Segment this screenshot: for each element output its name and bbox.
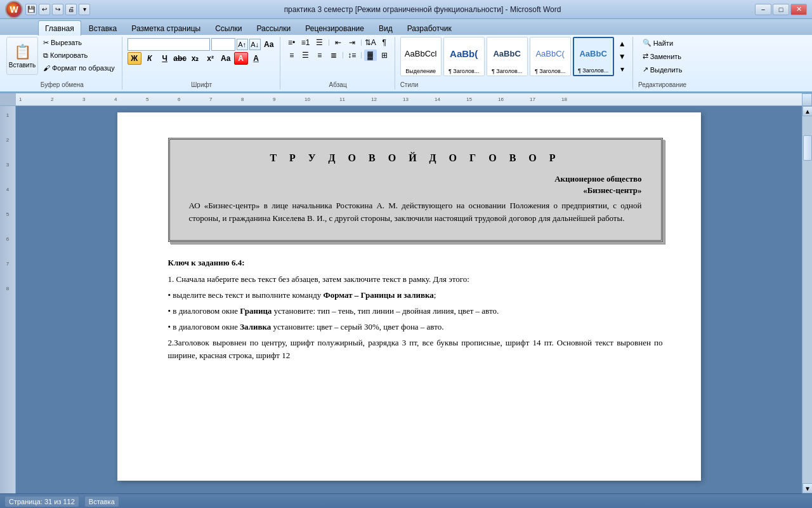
style-h2[interactable]: AaBbC ¶ Заголов... <box>487 37 528 76</box>
horizontal-ruler: 1 2 3 4 5 6 7 8 9 10 11 12 13 14 15 16 1… <box>0 93 812 106</box>
underline-button[interactable]: Ч <box>158 52 172 65</box>
ruler-v-2: 2 <box>6 137 9 143</box>
subscript-button[interactable]: x₂ <box>188 52 202 65</box>
sort-button[interactable]: ⇅A <box>364 37 377 48</box>
tab-developer[interactable]: Разработчик <box>400 21 459 35</box>
italic-button[interactable]: К <box>143 52 157 65</box>
border-button[interactable]: ⊞ <box>378 50 391 61</box>
style-h4-label: ¶ Заголов... <box>578 67 608 74</box>
tab-insert[interactable]: Вставка <box>82 21 124 35</box>
copy-icon: ⧉ <box>43 51 48 60</box>
align-left-button[interactable]: ≡ <box>285 50 298 61</box>
paragraph-buttons: ≡• ≡1 ☰ ⇤ ⇥ ⇅A ¶ ≡ ☰ ≡ ≣ <box>285 37 391 61</box>
more-button[interactable]: ▾ <box>79 4 90 15</box>
multilevel-button[interactable]: ☰ <box>313 37 326 48</box>
ruler-num-12: 12 <box>371 97 377 102</box>
numbering-button[interactable]: ≡1 <box>299 37 312 48</box>
document-scroll-area[interactable]: Т Р У Д О В О Й Д О Г О В О Р Акционерно… <box>16 106 802 493</box>
style-normal-preview: AaBbCcl <box>405 39 437 68</box>
format-painter-button[interactable]: 🖌 Формат по образцу <box>40 62 118 74</box>
align-justify-button[interactable]: ≣ <box>327 50 340 61</box>
select-button[interactable]: ↗ Выделить <box>638 64 687 76</box>
highlight-color-button[interactable]: A <box>234 52 248 65</box>
style-h1[interactable]: AaBb( ¶ Заголов... <box>443 37 485 76</box>
paste-icon: 📋 <box>14 44 31 60</box>
key-bullet1: • выделите весь текст и выполните команд… <box>168 289 663 302</box>
vertical-ruler: 1 2 3 4 5 6 7 8 <box>0 106 16 493</box>
align-center-button[interactable]: ☰ <box>299 50 312 61</box>
save-button[interactable]: 💾 <box>25 4 37 15</box>
document-area: 1 2 3 4 5 6 7 8 Т Р У Д О В О Й Д О Г О … <box>0 106 812 493</box>
replace-button[interactable]: ⇄ Заменить <box>638 50 687 62</box>
align-right-button[interactable]: ≡ <box>313 50 326 61</box>
minimize-button[interactable]: − <box>755 4 771 15</box>
font-name-input[interactable]: Times New Roman <box>128 38 210 51</box>
title-bar: W 💾 ↩ ↪ 🖨 ▾ практика 3 семестр [Режим ог… <box>0 0 812 19</box>
case-button[interactable]: Aa <box>219 52 233 65</box>
close-button[interactable]: ✕ <box>790 4 807 15</box>
show-marks-button[interactable]: ¶ <box>378 37 391 48</box>
font-color-button[interactable]: A <box>249 52 263 65</box>
ruler-num-18: 18 <box>561 97 567 102</box>
find-button[interactable]: 🔍 Найти <box>638 37 687 49</box>
ruler-v-1: 1 <box>6 112 9 118</box>
ruler-num-14: 14 <box>435 97 440 102</box>
scroll-down-button[interactable]: ▼ <box>802 483 812 493</box>
clear-format-button[interactable]: Aa <box>262 38 276 51</box>
increase-indent-button[interactable]: ⇥ <box>346 37 358 48</box>
insert-mode[interactable]: Вставка <box>85 497 119 507</box>
bullets-button[interactable]: ≡• <box>285 37 298 48</box>
undo-button[interactable]: ↩ <box>39 4 50 15</box>
ruler-num-9: 9 <box>273 97 275 102</box>
tab-view[interactable]: Вид <box>372 21 400 35</box>
style-h2-label: ¶ Заголов... <box>492 68 522 74</box>
quick-access-toolbar: 💾 ↩ ↪ 🖨 ▾ <box>25 4 90 15</box>
style-h2-preview: AaBbC <box>493 39 520 68</box>
scroll-up-button[interactable]: ▲ <box>802 106 812 116</box>
styles-area: AaBbCcl Выделение AaBb( ¶ Заголов... AaB… <box>400 37 629 76</box>
company-name: Акционерное общество «Бизнес-центр» <box>189 173 642 196</box>
line-spacing-button[interactable]: ↕≡ <box>346 50 358 61</box>
ribbon: Главная Вставка Разметка страницы Ссылки… <box>0 19 812 93</box>
paste-button[interactable]: 📋 Вставить <box>6 37 38 75</box>
bold-button[interactable]: Ж <box>128 52 141 65</box>
office-button[interactable]: W <box>5 1 23 18</box>
key-section: Ключ к заданию 6.4: 1. Сначала наберите … <box>168 258 663 363</box>
styles-down-button[interactable]: ▼ <box>616 51 629 62</box>
styles-up-button[interactable]: ▲ <box>616 38 629 50</box>
editing-buttons: 🔍 Найти ⇄ Заменить ↗ Выделить <box>638 37 687 76</box>
style-normal-label: Выделение <box>405 68 436 74</box>
scroll-thumb[interactable] <box>803 135 812 161</box>
scroll-track[interactable] <box>802 116 812 483</box>
style-h4[interactable]: AaBbC ¶ Заголов... <box>573 37 614 76</box>
tab-home[interactable]: Главная <box>38 20 81 36</box>
paragraph-label: Абзац <box>285 80 391 90</box>
font-shrink-button[interactable]: A↓ <box>249 39 261 50</box>
superscript-button[interactable]: x² <box>204 52 218 65</box>
style-h3[interactable]: AaBbC( ¶ Заголов... <box>530 37 571 76</box>
styles-more-button[interactable]: ▾ <box>616 64 629 75</box>
tab-review[interactable]: Рецензирование <box>298 21 371 35</box>
paragraph-group: ≡• ≡1 ☰ ⇤ ⇥ ⇅A ¶ ≡ ☰ ≡ ≣ <box>282 37 395 90</box>
strikethrough-button[interactable]: abc <box>173 52 187 65</box>
styles-footer: Стили <box>400 80 629 90</box>
ribbon-content: 📋 Вставить ✂ Вырезать ⧉ Копировать 🖌 Фор… <box>0 35 812 92</box>
maximize-button[interactable]: □ <box>773 4 789 15</box>
style-normal[interactable]: AaBbCcl Выделение <box>400 37 442 76</box>
styles-group-content: AaBbCcl Выделение AaBb( ¶ Заголов... AaB… <box>400 37 629 80</box>
decrease-indent-button[interactable]: ⇤ <box>332 37 344 48</box>
cut-button[interactable]: ✂ Вырезать <box>40 37 118 48</box>
redo-button[interactable]: ↪ <box>52 4 63 15</box>
tab-mailings[interactable]: Рассылки <box>249 21 298 35</box>
copy-button[interactable]: ⧉ Копировать <box>40 50 118 61</box>
para-row2: ≡ ☰ ≡ ≣ ↕≡ ▓ ⊞ <box>285 50 391 61</box>
clipboard-group-content: 📋 Вставить ✂ Вырезать ⧉ Копировать 🖌 Фор… <box>6 37 118 80</box>
print-button[interactable]: 🖨 <box>65 4 77 15</box>
shading-button[interactable]: ▓ <box>364 50 377 61</box>
font-size-input[interactable]: 12 <box>211 38 235 51</box>
tab-references[interactable]: Ссылки <box>208 21 249 35</box>
ruler-num-17: 17 <box>530 97 535 102</box>
tab-page-layout[interactable]: Разметка страницы <box>124 21 207 35</box>
font-grow-button[interactable]: A↑ <box>237 39 248 50</box>
font-row2: Ж К Ч abc x₂ x² Aa A A <box>128 52 276 65</box>
